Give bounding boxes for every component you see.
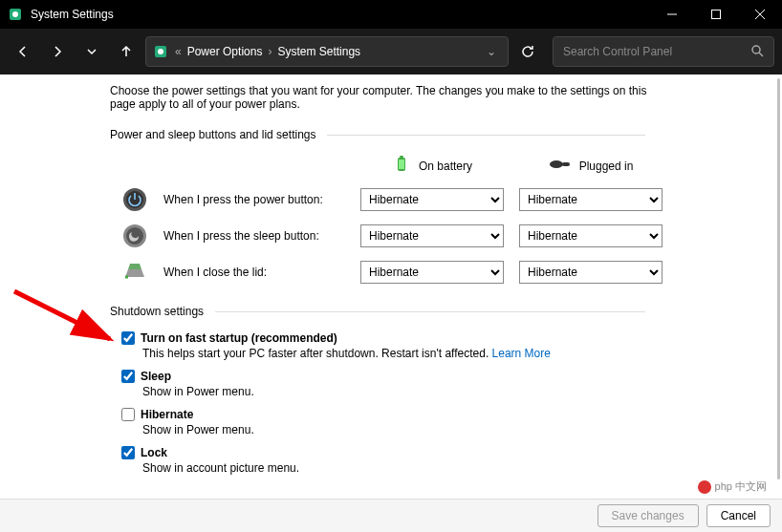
shutdown-settings-list: Turn on fast startup (recommended) This … [121, 331, 782, 475]
chevron-right-icon: › [266, 45, 273, 58]
lid-battery-select[interactable]: Hibernate [360, 261, 504, 284]
titlebar: System Settings [0, 0, 782, 29]
sleep-button-icon [121, 223, 148, 249]
svg-rect-12 [399, 160, 404, 169]
minimize-button[interactable] [650, 0, 694, 29]
shutdown-item-fast-startup: Turn on fast startup (recommended) This … [121, 331, 782, 360]
sleep-button-plugged-select[interactable]: Hibernate [519, 224, 663, 247]
breadcrumb-prefix: « [173, 45, 184, 58]
chevron-down-icon[interactable]: ⌄ [481, 45, 502, 58]
address-bar[interactable]: « Power Options › System Settings ⌄ [145, 36, 509, 67]
fast-startup-checkbox[interactable] [121, 331, 135, 345]
recent-dropdown[interactable] [76, 36, 107, 67]
power-button-battery-select[interactable]: Hibernate [360, 188, 504, 211]
scrollbar[interactable] [777, 78, 780, 479]
svg-line-9 [759, 53, 763, 56]
footer: Save changes Cancel [0, 499, 782, 532]
power-button-plugged-select[interactable]: Hibernate [519, 188, 663, 211]
row-label: When I close the lid: [163, 266, 345, 279]
plug-icon [549, 157, 572, 175]
row-label: When I press the sleep button: [163, 229, 345, 243]
column-on-battery: On battery [360, 155, 504, 177]
up-button[interactable] [111, 36, 141, 67]
search-input[interactable] [563, 45, 750, 58]
lid-icon [121, 259, 148, 286]
refresh-button[interactable] [512, 36, 543, 67]
forward-button[interactable] [42, 36, 73, 67]
hibernate-checkbox[interactable] [121, 408, 135, 421]
app-icon [8, 7, 23, 22]
watermark: php 中文网 [692, 478, 772, 496]
close-button[interactable] [738, 0, 782, 29]
row-label: When I press the power button: [163, 193, 345, 206]
shutdown-item-lock: Lock Show in account picture menu. [121, 446, 782, 475]
search-icon[interactable] [750, 44, 764, 60]
svg-rect-14 [562, 162, 570, 166]
lock-checkbox[interactable] [121, 446, 135, 459]
svg-point-13 [550, 160, 563, 168]
svg-point-7 [158, 49, 163, 54]
fast-startup-description: This helps start your PC faster after sh… [142, 347, 782, 360]
power-options-icon [152, 43, 169, 60]
lid-plugged-select[interactable]: Hibernate [519, 261, 663, 284]
page-description: Choose the power settings that you want … [110, 84, 664, 111]
column-plugged-in: Plugged in [519, 157, 663, 175]
section-title: Shutdown settings [110, 305, 204, 318]
content-area: Choose the power settings that you want … [0, 74, 782, 499]
maximize-button[interactable] [694, 0, 738, 29]
section-power-buttons-header: Power and sleep buttons and lid settings [110, 128, 782, 141]
breadcrumb-system-settings[interactable]: System Settings [277, 45, 360, 58]
battery-icon [392, 155, 411, 177]
svg-rect-3 [712, 11, 721, 19]
power-settings-grid: On battery Plugged in When I press the p… [121, 155, 782, 286]
sleep-button-battery-select[interactable]: Hibernate [360, 224, 504, 247]
back-button[interactable] [8, 36, 38, 67]
save-changes-button[interactable]: Save changes [597, 504, 699, 527]
window-title: System Settings [31, 8, 114, 21]
svg-rect-11 [400, 156, 403, 158]
cancel-button[interactable]: Cancel [706, 504, 771, 527]
power-button-icon [121, 186, 148, 213]
search-box[interactable] [553, 36, 774, 67]
sleep-checkbox[interactable] [121, 370, 135, 383]
section-title: Power and sleep buttons and lid settings [110, 128, 315, 141]
svg-point-1 [12, 11, 18, 17]
breadcrumb-power-options[interactable]: Power Options [187, 45, 263, 58]
navbar: « Power Options › System Settings ⌄ [0, 29, 782, 74]
section-shutdown-header: Shutdown settings [110, 305, 782, 318]
shutdown-item-sleep: Sleep Show in Power menu. [121, 370, 782, 398]
svg-point-18 [126, 227, 143, 245]
shutdown-item-hibernate: Hibernate Show in Power menu. [121, 408, 782, 436]
watermark-icon [698, 480, 711, 494]
learn-more-link[interactable]: Learn More [492, 347, 551, 360]
svg-point-8 [752, 46, 760, 53]
